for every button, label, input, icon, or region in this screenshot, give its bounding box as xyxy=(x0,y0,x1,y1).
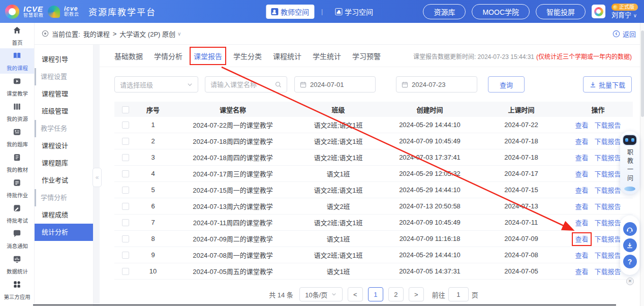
page-scrollbar[interactable] xyxy=(640,23,644,306)
cell-class: 语文2班;语文1班 xyxy=(296,136,380,146)
row-checkbox[interactable] xyxy=(122,187,129,194)
row-checkbox[interactable] xyxy=(122,219,129,226)
table-row: 12024-07-22周一的课堂教学语文2班;语文1班2024-05-29 14… xyxy=(114,117,633,133)
page-size-select[interactable]: 10条/页 xyxy=(299,287,343,301)
sidebar-item-messages[interactable]: 消息通知 xyxy=(0,226,34,252)
assistant-widget[interactable]: 职教一问 xyxy=(620,131,639,194)
download-report-link[interactable]: 下载报告 xyxy=(595,154,621,162)
row-checkbox[interactable] xyxy=(122,138,129,145)
download-report-link[interactable]: 下载报告 xyxy=(595,235,621,243)
select-all-checkbox[interactable] xyxy=(122,106,129,113)
close-widget-icon[interactable]: ✕ xyxy=(626,278,634,285)
teacher-space-button[interactable]: 教师空间 xyxy=(266,5,314,19)
sidebar-collapse-button[interactable]: « xyxy=(93,168,102,187)
menu-item-class-management[interactable]: 班级管理 xyxy=(35,103,93,120)
sidebar-item-my-textbooks[interactable]: 我的教材 xyxy=(0,150,34,175)
view-link[interactable]: 查看 xyxy=(575,203,588,210)
search-input[interactable] xyxy=(210,81,275,88)
download-report-link[interactable]: 下载报告 xyxy=(595,187,621,194)
menu-item-course-question-bank[interactable]: 课程题库 xyxy=(35,155,93,172)
sidebar-item-my-courses[interactable]: 我的课程 xyxy=(0,48,34,74)
tab-learning-warning[interactable]: 学习预警 xyxy=(352,51,381,61)
menu-item-course-management[interactable]: 课程管理 xyxy=(35,85,93,103)
menu-item-course-scores[interactable]: 课程成绩 xyxy=(35,206,93,224)
page-button-2[interactable]: 2 xyxy=(388,287,404,301)
tab-student-classification[interactable]: 学生分类 xyxy=(233,51,262,61)
breadcrumb-caret-icon[interactable]: ∨ xyxy=(177,31,181,37)
sidebar-item-pending-exams[interactable]: 待批考试 xyxy=(0,201,34,226)
tab-class-report[interactable]: 课堂报告 xyxy=(194,51,222,61)
view-link[interactable]: 查看 xyxy=(575,138,588,145)
end-date-picker[interactable]: 2024-07-23 xyxy=(396,76,477,93)
mooc-academy-button[interactable]: MOOC学院 xyxy=(472,4,530,19)
sidebar-item-classroom-teaching[interactable]: 课堂教学 xyxy=(0,74,34,99)
back-button[interactable]: 返回 xyxy=(612,29,636,39)
view-link[interactable]: 查看 xyxy=(575,154,588,162)
sidebar-item-pending-homework[interactable]: 待批作业 xyxy=(0,175,34,201)
cell-index: 5 xyxy=(137,186,169,194)
scrollbar-thumb[interactable] xyxy=(641,30,644,117)
tab-basic-data[interactable]: 基础数据 xyxy=(114,51,143,61)
class-select[interactable]: 请选择班级 xyxy=(114,76,198,93)
sidebar-item-third-party-apps[interactable]: 第三方应用 xyxy=(0,277,34,302)
avatar[interactable] xyxy=(592,5,605,18)
menu-item-course-design[interactable]: 课程设计 xyxy=(35,137,93,155)
tab-course-statistics[interactable]: 课程统计 xyxy=(273,51,301,61)
row-checkbox[interactable] xyxy=(122,252,129,259)
row-checkbox-cell xyxy=(114,121,137,129)
smart-screen-button[interactable]: 智能投屏 xyxy=(536,4,586,19)
calendar-icon xyxy=(402,81,408,88)
search-icon[interactable] xyxy=(275,81,282,88)
view-link[interactable]: 查看 xyxy=(575,268,588,276)
download-report-link[interactable]: 下载报告 xyxy=(595,121,621,129)
row-checkbox[interactable] xyxy=(122,203,129,210)
view-link[interactable]: 查看 xyxy=(575,187,588,194)
tab-student-statistics[interactable]: 学生统计 xyxy=(313,51,341,61)
customer-service-button[interactable] xyxy=(623,222,637,236)
download-report-link[interactable]: 下载报告 xyxy=(595,268,621,276)
batch-download-button[interactable]: 批量下载 xyxy=(583,76,632,93)
help-button[interactable]: ? xyxy=(623,255,637,268)
goto-page-input[interactable] xyxy=(448,287,469,301)
column-header: 班级 xyxy=(296,105,380,114)
query-button[interactable]: 查询 xyxy=(488,76,525,93)
page-button-1[interactable]: 1 xyxy=(368,287,383,301)
icon-sidebar: 首页我的课程课堂教学我的资源我的题库我的教材待批作业待批考试消息通知数据统计第三… xyxy=(0,23,35,306)
next-page-button[interactable]: > xyxy=(409,287,424,301)
start-date-picker[interactable]: 2024-07-01 xyxy=(294,76,376,93)
video-icon xyxy=(12,76,22,87)
download-report-link[interactable]: 下载报告 xyxy=(595,252,621,259)
menu-item-statistical-analysis[interactable]: 统计分析 xyxy=(35,224,93,241)
breadcrumb-parent[interactable]: 我的课程 xyxy=(83,29,110,39)
update-info: 课堂报告数据更新时间: 2024-07-23 15:44:31 (仅统计近三个学… xyxy=(413,45,632,67)
view-link[interactable]: 查看 xyxy=(575,170,588,178)
download-center-button[interactable] xyxy=(623,238,637,252)
learning-space-button[interactable]: 学习空间 xyxy=(330,5,378,19)
tab-learning-analysis[interactable]: 学情分析 xyxy=(154,51,182,61)
sidebar-item-my-question-bank[interactable]: 我的题库 xyxy=(0,125,34,150)
user-menu[interactable]: 刘育宁 ∨ xyxy=(611,11,637,19)
download-report-link[interactable]: 下载报告 xyxy=(595,170,621,178)
view-link[interactable]: 查看 xyxy=(575,235,588,243)
prev-page-button[interactable]: < xyxy=(348,287,363,301)
download-report-link[interactable]: 下载报告 xyxy=(595,219,621,227)
download-report-link[interactable]: 下载报告 xyxy=(595,203,621,210)
row-checkbox[interactable] xyxy=(122,235,129,242)
row-checkbox[interactable] xyxy=(122,170,129,177)
sidebar-item-my-resources[interactable]: 我的资源 xyxy=(0,99,34,125)
chevron-down-icon xyxy=(331,292,336,297)
view-link[interactable]: 查看 xyxy=(575,121,588,129)
sidebar-item-home[interactable]: 首页 xyxy=(0,23,34,48)
row-checkbox[interactable] xyxy=(122,154,129,161)
menu-item-homework-exam[interactable]: 作业考试 xyxy=(35,172,93,189)
view-link[interactable]: 查看 xyxy=(575,219,588,227)
resource-library-button[interactable]: 资源库 xyxy=(423,4,466,19)
sidebar-item-data-statistics[interactable]: 数据统计 xyxy=(0,252,34,277)
breadcrumb-current[interactable]: 大学语文 (2P) 原创 xyxy=(119,29,175,39)
row-checkbox[interactable] xyxy=(122,268,129,275)
view-link[interactable]: 查看 xyxy=(575,252,588,259)
menu-item-course-guide[interactable]: 课程引导 xyxy=(35,51,93,68)
download-report-link[interactable]: 下载报告 xyxy=(595,138,621,145)
row-checkbox[interactable] xyxy=(122,121,129,129)
class-select-placeholder: 请选择班级 xyxy=(120,80,153,89)
